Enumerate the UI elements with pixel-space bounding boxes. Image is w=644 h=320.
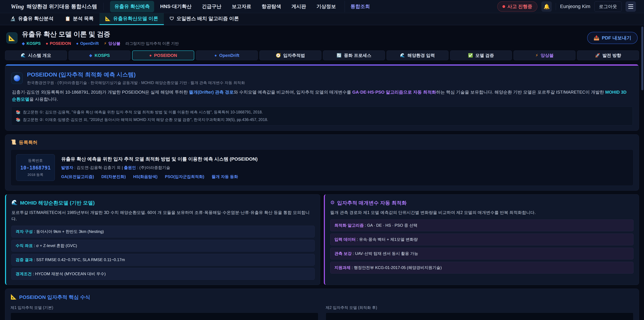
rocket-icon: 🚀 [595,53,600,58]
wave-icon: 🌊 [400,53,405,58]
tag-pso[interactable]: PSO(입자군집최적화) [165,174,204,179]
mohid-info-rows: 격자 구성 : 동아시아 9km + 한반도 3km (Nesting) 수직 … [12,226,314,280]
section-tab-system-overview[interactable]: 🌊 시스템 개요 [5,51,67,60]
reference-item-2: 📚 참고문헌 ②: 이재호·임병준·김도연 외, "2016년 동아시아 해역의… [16,117,628,122]
app-logo: Wing 해양환경 위기대응 통합시스템 [11,3,97,10]
formula-section-header: 📐 POSEIDON 입자추적 핵심 수식 [10,294,634,301]
nav-item-reports[interactable]: 보고자료 [228,1,256,12]
sub-tab-bar: 🔬 유출유 확산분석 📋 분석 목록 📐 유출유확산모델 이론 🛡 오일펜스 배… [0,13,644,25]
formula-section: 📐 POSEIDON 입자추적 핵심 수식 제1 입자추적 모델 (기본) Mo… [5,289,639,320]
microscope-icon: 🔬 [10,16,16,21]
nav-item-hns-diffusion[interactable]: HNS·대기확산 [156,1,196,12]
section-tab-weathering-process[interactable]: 🔄 풍화 프로세스 [323,51,385,60]
patent-meta: 발명자 : 김도연·김용혁·김충기 외 | 출원인 : (주)아라종합기술 [61,165,258,170]
nav-item-integrated-search[interactable]: 통합조회 [345,1,374,12]
red-pin-icon: ● [149,53,152,58]
section-tab-kosps[interactable]: ◆ KOSPS [68,51,130,60]
formula-block-model2: 제2 입자추적 모델 (최적화 후) Revised_x = a1·curren… [326,305,634,320]
info-row-boundary: 경계조건 : HYCOM 재분석 (MYOCEAN 대비 우수) [12,268,314,280]
patent-body: 유출유 확산 예측을 위한 입자 추적 모델 최적화 방법 및 이를 이용한 예… [61,156,258,179]
nav-item-weather-info[interactable]: 기상정보 [312,1,340,12]
info-row-grid: 격자 구성 : 동아시아 9km + 한반도 3km (Nesting) [12,226,314,237]
subtab-analysis-list[interactable]: 📋 분석 목록 [59,13,100,25]
blue-dot-icon: ● [76,41,79,46]
patent-section-header: 📜 등록특허 [10,139,634,146]
vertical-scrollbar-thumb[interactable] [641,27,643,90]
nav-item-board[interactable]: 게시판 [287,1,310,12]
diamond-icon: ◆ [89,53,92,58]
hamburger-menu-button[interactable] [626,1,636,12]
nav-item-oil-spill-prediction[interactable]: 유출유 확산예측 [110,1,154,12]
info-row-support-project: 지원과제 : 행정안전부 KCG-01-2017-05 (해양경비지원기술) [330,262,634,273]
patent-section: 📜 등록특허 등록번호 10-1868791 2018 등록 유출유 확산 예측… [5,134,639,191]
logout-button[interactable]: 로그아웃 [594,1,622,12]
badge-opendrift: ● OpenDrift [76,41,99,46]
model-detail-columns: 🌊 MOHID 해양순환모델 (기반 모델) 포르투갈 IST/MARETEC에… [5,194,639,285]
top-navigation: Wing 해양환경 위기대응 통합시스템 유출유 확산예측 HNS·대기확산 긴… [0,0,644,13]
brand-title: 해양환경 위기대응 통합시스템 [27,3,97,10]
user-name: Eunjeong Kim [560,4,590,9]
section-tab-ensemble[interactable]: ⚡ 앙상블 [514,51,576,60]
divider [556,3,556,10]
registration-year: 2018 등록 [20,172,51,177]
subtab-oilfence-algorithm[interactable]: 🛡 오일펜스 배치 알고리즘 이론 [164,13,244,25]
nav-item-emergency-rescue[interactable]: 긴급구난 [198,1,226,12]
algorithm-tag-list: GA(유전알고리즘) DE(차분진화) HS(화음탐색) PSO(입자군집최적화… [61,174,258,179]
section-tab-ocean-input[interactable]: 🌊 해양환경 입력 [386,51,448,60]
wave-icon: 🌊 [21,53,26,58]
notification-button[interactable]: 🔔 [541,1,552,12]
parameter-optimization-panel: ⚙ 입자추적 매개변수 자동 최적화 뜰개 관측 경로와 제1 모델 예측값의 … [324,194,639,285]
patent-title: 유출유 확산 예측을 위한 입자 추적 모델 최적화 방법 및 이를 이용한 예… [61,156,258,162]
pdf-export-button[interactable]: 📤 PDF 내보내기 [587,32,638,44]
model1-label: 제1 입자추적 모델 (기본) [10,305,318,310]
tag-de[interactable]: DE(차분진화) [102,174,126,179]
cycle-icon: 🔄 [336,53,342,58]
registration-number: 10-1868791 [20,165,51,171]
section-tab-bar: 🌊 시스템 개요 ◆ KOSPS ● POSEIDON ● OpenDrift … [5,51,639,60]
incident-status-badge[interactable]: 사고 진행중 [497,1,538,12]
registration-label: 등록번호 [20,158,51,163]
tag-hs[interactable]: HS(화음탐색) [133,174,158,179]
section-tab-future-direction[interactable]: 🚀 발전 방향 [577,51,639,60]
books-icon: 📚 [16,117,21,122]
poseidon-description: 김충기·김도연 외(등록특허 10-1868791, 2018)가 개발한 PO… [12,89,632,103]
tag-drifter-assimilation[interactable]: 뜰개 자동 동화 [212,174,238,179]
wave-icon: 🌊 [12,199,18,206]
poseidon-title: POSEIDON (입자추적 최적화 예측 시스템) [27,71,245,79]
badge-ensemble: ⚡ 앙상블 [104,41,120,46]
subtab-model-theory[interactable]: 📐 유출유확산모델 이론 [100,13,164,25]
clipboard-icon: 📋 [65,16,70,21]
section-tab-model-validation[interactable]: ✅ 모델 검증 [450,51,512,60]
section-tab-opendrift[interactable]: ● OpenDrift [196,51,258,60]
subtab-spill-analysis[interactable]: 🔬 유출유 확산분석 [4,13,59,25]
badge-poseidon: ● POSEIDON [46,41,71,46]
compass-icon: 🧭 [276,53,281,58]
page-title-icon: 📐 [6,32,18,44]
hamburger-icon [628,4,633,5]
section-tab-poseidon[interactable]: ● POSEIDON [132,51,194,60]
model2-code: Revised_x = a1·current_u + a2·current_v … [326,312,634,320]
page-title: 유출유 확산 모델 이론 및 검증 [22,30,179,39]
diamond-icon: ◆ [22,41,25,46]
shield-icon: 🛡 [170,16,174,21]
poseidon-card-header: POSEIDON (입자추적 최적화 예측 시스템) 한국환경연구원 · (주)… [11,71,633,85]
wing-logo-icon: Wing [11,3,24,10]
page-header: 📐 유출유 확산 모델 이론 및 검증 ◆ KOSPS ● POSEIDON ●… [5,25,639,50]
badge-kosps: ◆ KOSPS [22,41,41,46]
info-row-observation: 관측 보강 : UAV·선박 탑재 센서 동시 활용 가능 [330,248,634,259]
section-tab-particle-tracking[interactable]: 🧭 입자추적법 [260,51,321,60]
optimization-info-rows: 최적화 알고리즘 : GA · DE · HS · PSO 중 선택 입력 데이… [330,219,634,273]
model2-label: 제2 입자추적 모델 (최적화 후) [326,305,634,310]
poseidon-subtitle: 한국환경연구원 · (주)아라종합기술 · 한국해양기상기술 공동개발 · MO… [27,80,245,85]
lightning-icon: ⚡ [104,41,107,46]
info-row-algorithm: 최적화 알고리즘 : GA · DE · HS · PSO 중 선택 [330,219,634,231]
patent-number-box: 등록번호 10-1868791 2018 등록 [16,154,55,181]
scroll-icon: 📜 [10,139,16,146]
poseidon-sphere-icon [11,73,23,84]
blue-dot-icon: ● [214,53,217,58]
check-icon: ✅ [468,53,473,58]
main-nav: 유출유 확산예측 HNS·대기확산 긴급구난 보고자료 항공탐색 게시판 기상정… [104,3,374,11]
nav-item-aerial-search[interactable]: 항공탐색 [257,1,286,12]
tag-ga[interactable]: GA(유전알고리즘) [61,174,94,179]
model-badge-row: ◆ KOSPS ● POSEIDON ● OpenDrift ⚡ 앙상블 라그랑… [22,41,179,46]
